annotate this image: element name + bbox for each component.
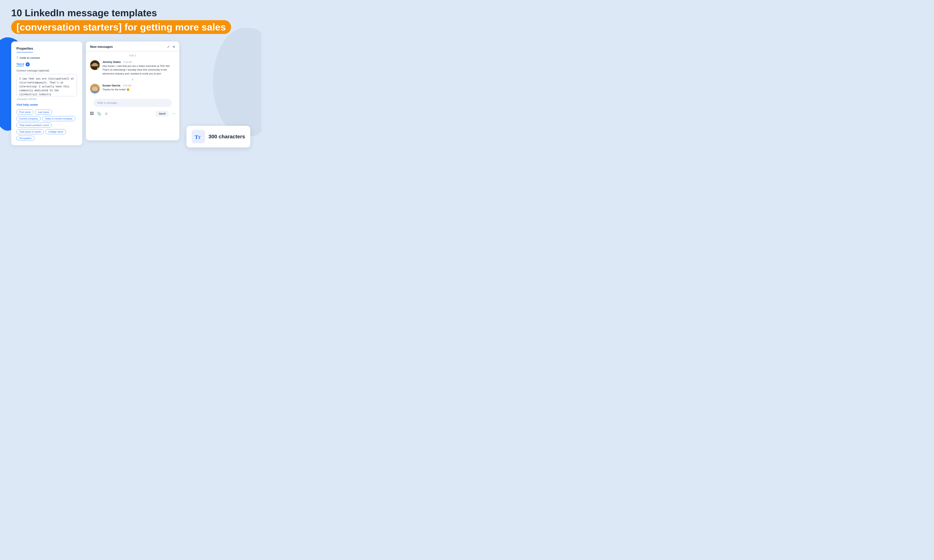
write-area-wrapper: Write a message... — [86, 95, 179, 107]
face-susan — [90, 84, 100, 94]
tag-total-career-positions[interactable]: Total career positions count — [17, 123, 52, 128]
tag-last-name[interactable]: Last name — [35, 109, 52, 115]
message-item: Jeremy Gates · 9:34 AM Hey Susan, i saw … — [86, 58, 179, 77]
invite-connect-row[interactable]: ⤴ Invite to connect — [17, 56, 77, 60]
online-indicator — [97, 68, 99, 70]
page-title-line1: 10 LinkedIn message templates — [11, 8, 250, 18]
message-header-jeremy: Jeremy Gates · 9:34 AM — [102, 60, 175, 63]
avatar-jeremy — [90, 60, 100, 70]
message-content-susan: Susan Garcia · 9:35 AM Thanks for the in… — [102, 84, 175, 91]
message-time-susan: · 9:35 AM — [122, 85, 131, 87]
connect-message-label: Connect message (optional) — [17, 69, 77, 72]
message-item: Susan Garcia · 9:35 AM Thanks for the in… — [86, 82, 179, 95]
header-divider — [86, 51, 179, 52]
sender-name-susan: Susan Garcia — [102, 84, 120, 87]
page-title-line2: [conversation starters] for getting more… — [17, 22, 226, 32]
more-options-icon[interactable]: ··· — [173, 112, 175, 115]
toolbar-icon-group: 🖼 📎 ☺ — [90, 111, 108, 116]
shoulder-susan — [91, 91, 99, 94]
date-divider: AUG 2 — [86, 54, 179, 57]
help-center-link[interactable]: Visit help center — [17, 103, 77, 106]
sender-name-jeremy: Jeremy Gates — [102, 60, 121, 63]
messages-header: New messages ⤢ ✕ — [86, 42, 179, 51]
tag-first-name[interactable]: First name — [17, 109, 34, 115]
panel-title: Properties — [17, 47, 33, 52]
message-separator — [132, 79, 133, 80]
tag-college-name[interactable]: College name — [45, 129, 66, 134]
message-header-susan: Susan Garcia · 9:35 AM — [102, 84, 175, 87]
message-toolbar: 🖼 📎 ☺ Send ··· — [86, 109, 179, 119]
tag-total-years-career[interactable]: Total years in career — [17, 129, 44, 134]
write-message-area[interactable]: Write a message... — [93, 99, 172, 107]
tag-years-current-company[interactable]: Years in current company — [42, 116, 75, 121]
header-icon-group: ⤢ ✕ — [167, 45, 175, 49]
messages-panel: New messages ⤢ ✕ AUG 2 — [86, 42, 179, 140]
message-textarea[interactable]: I saw that you are {{occupation}} at {{c… — [17, 74, 77, 96]
tt-icon: T T — [192, 130, 205, 143]
messages-title: New messages — [90, 45, 113, 49]
test-tab[interactable]: Test A — [17, 63, 24, 66]
tag-current-company[interactable]: Current company — [17, 116, 41, 121]
close-icon[interactable]: ✕ — [173, 45, 175, 49]
add-tab-button[interactable]: + — [26, 62, 30, 66]
svg-text:T: T — [195, 134, 198, 140]
properties-panel: Properties ⤴ Invite to connect Test A + … — [11, 42, 82, 145]
link-icon[interactable]: 📎 — [97, 111, 102, 116]
subtitle-badge: [conversation starters] for getting more… — [11, 20, 231, 34]
svg-text:T: T — [198, 135, 201, 140]
message-text-susan: Thanks for the invite! 😄 — [102, 88, 175, 91]
message-content-jeremy: Jeremy Gates · 9:34 AM Hey Susan, i saw … — [102, 60, 175, 75]
message-text-jeremy: Hey Susan, i saw that you are a Sales ex… — [102, 64, 175, 75]
char-count: Characters 100/250 — [17, 98, 77, 100]
image-icon[interactable]: 🖼 — [90, 111, 94, 116]
send-button[interactable]: Send — [156, 111, 169, 117]
write-placeholder: Write a message... — [97, 102, 168, 105]
message-time-jeremy: · 9:34 AM — [122, 61, 132, 63]
invite-connect-label: Invite to connect — [20, 56, 40, 59]
tag-occupation[interactable]: Occupation — [17, 136, 34, 141]
avatar-susan — [90, 84, 100, 94]
expand-icon[interactable]: ⤢ — [167, 45, 170, 49]
test-tab-row: Test A + — [17, 62, 77, 66]
emoji-icon[interactable]: ☺ — [105, 111, 108, 116]
tags-section: First name Last name Current company Yea… — [17, 109, 77, 141]
chars-badge: T T 300 characters — [186, 126, 250, 148]
chars-badge-text: 300 characters — [208, 134, 245, 140]
share-icon: ⤴ — [17, 56, 18, 60]
